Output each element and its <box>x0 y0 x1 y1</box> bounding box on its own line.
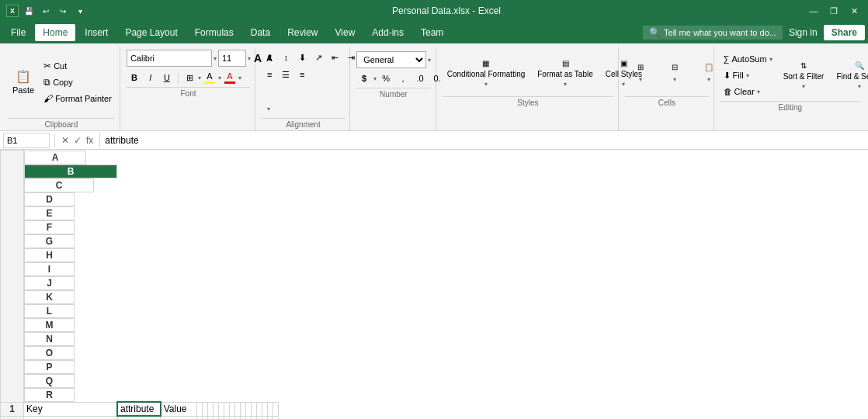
font-name-input[interactable] <box>127 50 212 67</box>
percent-button[interactable]: % <box>378 71 394 86</box>
restore-button[interactable]: ❐ <box>826 3 842 19</box>
menu-insert[interactable]: Insert <box>77 24 116 41</box>
col-header-g[interactable]: G <box>24 234 75 248</box>
grid-cell[interactable]: Value <box>161 402 196 416</box>
menu-home[interactable]: Home <box>35 24 75 41</box>
format-as-table-button[interactable]: ▤ Format as Table ▾ <box>533 51 598 95</box>
currency-button[interactable]: $ <box>356 71 372 86</box>
col-header-d[interactable]: D <box>24 192 75 206</box>
format-table-dropdown[interactable]: ▾ <box>564 81 567 88</box>
grid-cell[interactable] <box>229 402 234 416</box>
align-middle-button[interactable]: ↕ <box>278 50 293 65</box>
grid-cell[interactable] <box>218 402 224 416</box>
merge-center-button[interactable]: ▾ <box>262 101 359 116</box>
grid-cell[interactable] <box>224 402 229 416</box>
grid-cell[interactable] <box>207 402 213 416</box>
menu-data[interactable]: Data <box>243 24 278 41</box>
font-name-dropdown[interactable]: ▾ <box>214 55 217 62</box>
currency-dropdown[interactable]: ▾ <box>373 75 377 82</box>
borders-dropdown[interactable]: ▾ <box>198 74 201 81</box>
row-number[interactable]: 2 <box>1 416 24 419</box>
grid-cell[interactable] <box>267 402 273 416</box>
autosum-dropdown[interactable]: ▾ <box>769 56 773 63</box>
delete-dropdown[interactable]: ▾ <box>673 76 676 83</box>
clear-dropdown[interactable]: ▾ <box>757 88 760 95</box>
format-painter-button[interactable]: 🖌 Format Painter <box>40 91 115 106</box>
col-header-a[interactable]: A <box>24 151 86 164</box>
find-select-button[interactable]: 🔍 Find & Select ▾ <box>832 51 868 99</box>
font-size-dropdown[interactable]: ▾ <box>248 55 251 62</box>
menu-team[interactable]: Team <box>413 24 451 41</box>
grid-cell[interactable] <box>202 416 207 419</box>
autosum-button[interactable]: ∑ AutoSum ▾ <box>720 51 776 67</box>
search-box[interactable]: 🔍 Tell me what you want to do... <box>643 26 783 40</box>
grid-cell[interactable] <box>224 416 229 419</box>
grid-cell[interactable]: attribute <box>117 402 161 416</box>
number-format-select[interactable]: General <box>356 51 426 68</box>
cell-reference-input[interactable] <box>3 133 50 148</box>
grid-cell[interactable] <box>234 402 240 416</box>
find-dropdown[interactable]: ▾ <box>858 83 861 90</box>
col-header-p[interactable]: P <box>24 360 75 374</box>
insert-button[interactable]: ⊞ ▾ <box>625 51 656 95</box>
grid-cell[interactable] <box>213 402 218 416</box>
menu-view[interactable]: View <box>328 24 363 41</box>
grid-cell[interactable] <box>245 402 251 416</box>
col-header-n[interactable]: N <box>24 332 75 346</box>
font-color-dropdown[interactable]: ▾ <box>238 74 241 81</box>
grid-cell[interactable] <box>240 402 245 416</box>
grid-cell[interactable] <box>256 402 262 416</box>
comma-button[interactable]: , <box>395 71 411 86</box>
grid-cell[interactable] <box>267 416 273 419</box>
sort-dropdown[interactable]: ▾ <box>802 83 805 90</box>
menu-formulas[interactable]: Formulas <box>187 24 241 41</box>
grid-cell[interactable] <box>196 402 202 416</box>
align-right-button[interactable]: ≡ <box>294 67 310 82</box>
grid-cell[interactable] <box>262 416 267 419</box>
grid-cell[interactable] <box>256 416 262 419</box>
conditional-formatting-button[interactable]: ▦ Conditional Formatting ▾ <box>443 51 530 95</box>
grid-cell[interactable] <box>234 416 240 419</box>
grid-cell[interactable] <box>229 416 234 419</box>
grid-cell[interactable] <box>240 416 245 419</box>
grid-cell[interactable] <box>207 416 213 419</box>
grid-cell[interactable]: Yaman <box>161 416 196 419</box>
font-color-button[interactable]: A <box>222 70 238 85</box>
align-top-button[interactable]: ⬆ <box>262 50 277 65</box>
grid-cell[interactable] <box>251 416 256 419</box>
insert-dropdown[interactable]: ▾ <box>639 76 642 83</box>
save-quick-btn[interactable]: 💾 <box>22 4 36 18</box>
font-size-input[interactable] <box>218 50 246 67</box>
underline-button[interactable]: U <box>159 70 175 85</box>
confirm-formula-icon[interactable]: ✓ <box>72 135 83 146</box>
grid-cell[interactable] <box>218 416 224 419</box>
cut-button[interactable]: ✂ Cut <box>40 58 115 74</box>
col-header-r[interactable]: R <box>24 388 75 402</box>
menu-file[interactable]: File <box>3 24 33 41</box>
grid-cell[interactable] <box>251 402 256 416</box>
merge-center-dropdown[interactable]: ▾ <box>267 106 270 113</box>
fill-button[interactable]: ⬇ Fill ▾ <box>720 68 776 83</box>
col-header-c[interactable]: C <box>24 178 94 192</box>
grid-cell[interactable] <box>213 416 218 419</box>
fill-color-button[interactable]: A <box>202 70 217 85</box>
col-header-l[interactable]: L <box>24 304 75 318</box>
row-number[interactable]: 1 <box>1 402 24 416</box>
grid-cell[interactable] <box>273 416 278 419</box>
col-header-m[interactable]: M <box>24 318 75 332</box>
grid-cell[interactable]: Key <box>24 402 118 416</box>
increase-decimal-button[interactable]: .0 <box>412 71 428 86</box>
col-header-h[interactable]: H <box>24 248 75 262</box>
customize-quick-btn[interactable]: ▾ <box>73 4 87 18</box>
number-format-dropdown[interactable]: ▾ <box>428 57 431 64</box>
undo-quick-btn[interactable]: ↩ <box>39 4 53 18</box>
grid-cell[interactable]: Name <box>117 416 161 419</box>
grid-scroll-area[interactable]: A B C D E F G H I J K L M N O P Q <box>0 150 868 419</box>
fill-color-dropdown[interactable]: ▾ <box>218 74 221 81</box>
format-dropdown[interactable]: ▾ <box>707 76 710 83</box>
grid-cell[interactable] <box>196 416 202 419</box>
clear-button[interactable]: 🗑 Clear ▾ <box>720 84 776 99</box>
fill-dropdown[interactable]: ▾ <box>746 72 749 79</box>
insert-function-icon[interactable]: fx <box>85 135 95 146</box>
share-button[interactable]: Share <box>824 25 865 40</box>
